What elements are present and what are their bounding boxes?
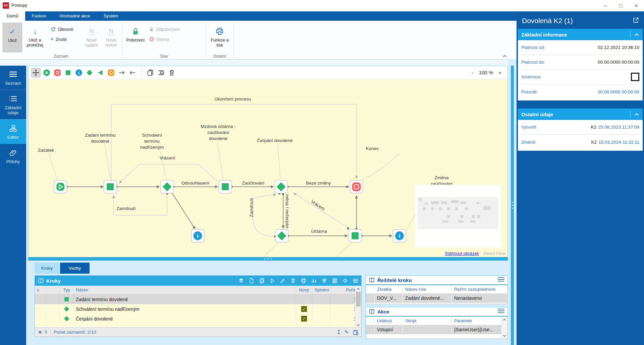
kroky-tool-settings-icon[interactable] <box>342 278 348 284</box>
sum-icon[interactable]: Σ <box>337 329 341 335</box>
ribbon-tab-3[interactable]: Systém <box>97 11 125 21</box>
new-revision-button[interactable]: N Nová revize <box>102 23 120 52</box>
checkbox-checked[interactable]: ✓ <box>301 306 307 312</box>
kroky-col-0[interactable]: s <box>35 286 46 294</box>
save-button[interactable]: ✓ Ulož <box>3 23 22 52</box>
decision-tool-icon[interactable] <box>85 68 94 77</box>
kroky-tool-copy-doc-icon[interactable] <box>259 278 265 284</box>
kroky-tool-edit-icon[interactable] <box>280 278 286 284</box>
kroky-col-3[interactable]: Název <box>74 286 296 294</box>
column-header[interactable]: Název role <box>403 285 452 293</box>
unconfirm-button[interactable]: Odpotvrzení <box>149 25 180 33</box>
move-tool-icon[interactable] <box>31 68 41 77</box>
tab-vazby[interactable]: Vazby <box>60 263 90 274</box>
kroky-tool-print-icon[interactable] <box>301 278 307 284</box>
arrow-right-tool-icon[interactable] <box>117 68 126 77</box>
end-tool-icon[interactable] <box>53 68 62 77</box>
table-row[interactable]: DOV_V...Zadání dovolené...Nenastaveno <box>366 293 507 303</box>
checkbox-unchecked[interactable] <box>631 73 639 81</box>
scroll-down-icon[interactable] <box>355 322 361 328</box>
chevron-up-icon[interactable] <box>634 33 639 37</box>
kroky-col-4[interactable]: Nový <box>296 286 312 294</box>
storno-button[interactable]: Storno <box>149 35 169 44</box>
kroky-tool-run-icon[interactable] <box>269 278 275 284</box>
task-tool-icon[interactable] <box>63 68 73 77</box>
ribbon-tab-2[interactable]: Hromadné akce <box>53 11 97 21</box>
trash-tool-icon[interactable] <box>167 68 176 77</box>
scroll-down-icon[interactable] <box>501 333 507 338</box>
flow-node-decision[interactable] <box>275 229 288 242</box>
flow-node-end[interactable] <box>350 181 363 193</box>
flow-node-decision[interactable] <box>275 181 287 193</box>
ribbon-collapse-button[interactable] <box>502 55 507 58</box>
start-tool-icon[interactable] <box>42 68 51 77</box>
align-tool-icon[interactable] <box>156 68 166 77</box>
kroky-scrollbar[interactable] <box>355 286 361 328</box>
ribbon-tab-0[interactable]: Domů <box>0 11 25 21</box>
horizontal-splitter[interactable] <box>28 257 508 261</box>
kroky-tool-menu-icon[interactable] <box>353 278 359 284</box>
flow-node-decision[interactable] <box>161 181 173 193</box>
tab-kroky[interactable]: Kroky <box>35 263 59 274</box>
arrow-left-tool-icon[interactable] <box>128 68 137 77</box>
kroky-tool-balls-icon[interactable] <box>321 278 327 284</box>
kroky-tool-layers-icon[interactable] <box>238 278 244 284</box>
triangle-tool-icon[interactable] <box>96 68 105 77</box>
zoom-out-button[interactable]: - <box>472 70 474 75</box>
section-header[interactable]: Ostatní údaje <box>518 109 643 120</box>
scroll-up-icon[interactable] <box>355 286 361 291</box>
save-and-view-button[interactable]: ↓ Ulož a prohlížej <box>23 23 46 52</box>
kroky-tool-delete-icon[interactable] <box>290 278 296 284</box>
column-header[interactable]: Zkratka <box>375 285 403 293</box>
column-header[interactable]: Skript <box>403 317 452 325</box>
kroky-table-row[interactable]: Čerpání dovolené ✓ 13 <box>35 314 361 324</box>
kroky-table-row[interactable]: Schválení termínu nadřízeným ✓ 13 <box>35 304 361 314</box>
kroky-tool-columns-icon[interactable] <box>332 278 338 284</box>
refresh-button[interactable]: Obnovit <box>50 25 73 33</box>
sidebar-item-2[interactable]: Editor <box>0 119 26 144</box>
table-row[interactable]: Vstupní{SameUser}{Use... <box>366 325 501 334</box>
kroky-table-row[interactable]: Zadání termínu dovolené 13 <box>35 294 361 304</box>
flow-canvas[interactable]: iiZačátekZadání termínudovolenéSchválení… <box>29 80 507 257</box>
column-header[interactable]: Událost <box>375 317 403 325</box>
scroll-thumb[interactable] <box>356 292 361 306</box>
flow-node-task[interactable] <box>219 181 232 193</box>
confirm-button[interactable]: Potvrzení <box>125 23 146 52</box>
copy-tool-icon[interactable] <box>146 68 155 77</box>
sidebar-item-1[interactable]: Základní údaje <box>0 90 26 119</box>
kroky-col-5[interactable]: Splnění <box>312 286 330 294</box>
flow-node-info[interactable]: i <box>393 229 406 242</box>
kroky-col-2[interactable]: Typ <box>60 286 74 294</box>
maximize-button[interactable]: □ <box>613 0 629 11</box>
new-issue-button[interactable]: N Nové vydání <box>83 23 101 52</box>
download-image-link[interactable]: Stáhnout obrázek <box>445 251 479 256</box>
menu-icon[interactable] <box>497 308 505 315</box>
checkbox-checked[interactable]: ✓ <box>301 316 307 322</box>
chevron-up-icon[interactable] <box>634 113 639 116</box>
kroky-col-1[interactable] <box>46 286 60 294</box>
sidebar-item-0[interactable]: Seznam <box>0 66 26 90</box>
copy-add-icon[interactable] <box>353 329 359 335</box>
ribbon-tab-1[interactable]: Funkce <box>25 11 53 21</box>
close-button[interactable]: × <box>629 0 644 11</box>
sidebar-item-3[interactable]: Přílohy <box>0 144 26 168</box>
link-tool-icon[interactable] <box>106 68 116 77</box>
open-in-new-icon[interactable] <box>633 17 639 25</box>
section-header[interactable]: Základní informace <box>518 29 643 40</box>
vertical-splitter[interactable] <box>508 66 517 345</box>
kroky-tool-new-doc-icon[interactable] <box>249 278 255 284</box>
info-tool-icon[interactable]: i <box>74 68 84 77</box>
flow-node-info[interactable]: i <box>191 229 204 242</box>
flow-node-task[interactable] <box>104 181 117 193</box>
menu-icon[interactable] <box>497 277 505 283</box>
column-header[interactable]: Režim zastupitelnosti <box>452 285 507 293</box>
edit-icon[interactable]: ✎ <box>344 329 349 335</box>
flow-node-start[interactable] <box>54 181 67 193</box>
zoom-in-button[interactable]: + <box>498 70 501 75</box>
akce-scrollbar[interactable] <box>501 317 507 338</box>
functions-print-button[interactable]: Funkce a tisk <box>209 23 231 52</box>
column-header[interactable]: Parametr <box>452 317 501 325</box>
kroky-tool-chart-icon[interactable] <box>311 278 317 284</box>
scroll-up-icon[interactable] <box>501 317 507 322</box>
cancel-button[interactable]: × Zrušit <box>50 35 66 44</box>
